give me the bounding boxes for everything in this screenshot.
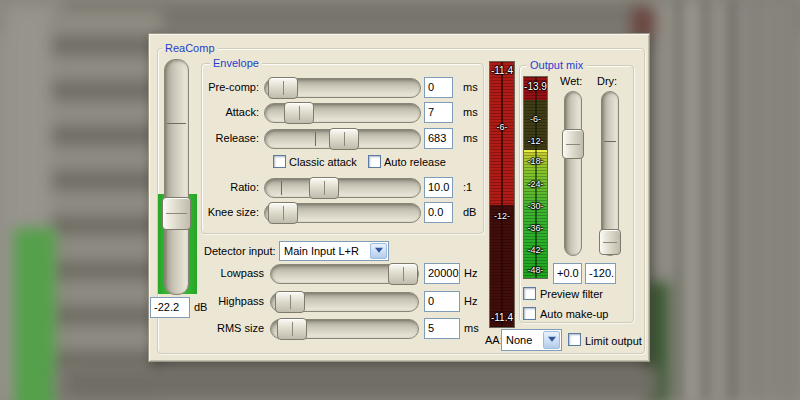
release-slider[interactable] <box>264 129 421 149</box>
rms-size-slider-thumb[interactable] <box>277 318 307 340</box>
aa-dropdown[interactable]: None <box>501 329 562 351</box>
threshold-slider[interactable] <box>164 59 189 295</box>
precomp-unit: ms <box>463 81 478 93</box>
output-meter-scale: -6--12--18--24--30--36--42--48- <box>524 77 547 278</box>
rms-size-unit: ms <box>464 322 479 334</box>
ratio-slider[interactable] <box>264 178 421 198</box>
wet-slider-thumb[interactable] <box>562 129 584 159</box>
attack-slider-thumb[interactable] <box>284 102 314 124</box>
envelope-caption: Envelope <box>210 56 262 70</box>
output-peak-value: -13.9 <box>524 81 547 92</box>
rms-size-label: RMS size <box>192 322 264 334</box>
limit-output-checkbox[interactable] <box>568 333 581 346</box>
preview-filter-label: Preview filter <box>540 288 603 300</box>
ratio-slider-thumb[interactable] <box>309 177 339 199</box>
precomp-value[interactable]: 0 <box>424 77 453 98</box>
ratio-unit: :1 <box>463 181 472 193</box>
knee-unit: dB <box>463 206 476 218</box>
chevron-down-icon <box>548 337 556 346</box>
rms-size-value[interactable]: 5 <box>424 318 460 339</box>
knee-slider-thumb[interactable] <box>268 202 298 224</box>
gain-reduction-readout: -11.4 <box>490 312 514 323</box>
classic-attack-label: Classic attack <box>289 156 357 168</box>
attack-unit: ms <box>463 106 478 118</box>
reacomp-panel: ReaComp -22.2 dB Envelope Pre-comp: 0 ms… <box>148 33 650 362</box>
detector-dropdown-button[interactable] <box>370 243 387 259</box>
auto-make-up-label: Auto make-up <box>540 308 608 320</box>
classic-attack-checkbox[interactable] <box>273 155 286 168</box>
release-label: Release: <box>187 132 259 144</box>
knee-value[interactable]: 0.0 <box>424 202 453 223</box>
lowpass-label: Lowpass <box>192 267 264 279</box>
output-level-meter: -13.9 -6--12--18--24--30--36--42--48- <box>523 76 548 279</box>
auto-make-up-checkbox[interactable] <box>523 307 536 320</box>
attack-value[interactable]: 7 <box>424 102 453 123</box>
detector-input-value: Main Input L+R <box>284 245 359 257</box>
highpass-label: Highpass <box>192 295 264 307</box>
preview-filter-checkbox[interactable] <box>523 287 536 300</box>
wet-slider[interactable] <box>564 91 582 256</box>
gain-reduction-scale: -6--12- <box>490 62 514 327</box>
dry-slider[interactable] <box>601 91 619 256</box>
chevron-down-icon <box>375 248 383 257</box>
precomp-slider-thumb[interactable] <box>268 77 298 99</box>
precomp-label: Pre-comp: <box>187 81 259 93</box>
lowpass-value[interactable]: 20000 <box>424 263 460 284</box>
background-green-meter-left <box>14 228 56 400</box>
output-mix-caption: Output mix <box>527 58 586 72</box>
release-value[interactable]: 683 <box>424 128 453 149</box>
wet-label: Wet: <box>560 75 582 87</box>
aa-value: None <box>506 334 532 346</box>
lowpass-unit: Hz <box>464 267 477 279</box>
knee-label: Knee size: <box>187 206 259 218</box>
background-right-bands <box>656 0 756 400</box>
release-unit: ms <box>463 132 478 144</box>
dry-value[interactable]: -120. <box>585 263 616 284</box>
detector-input-label: Detector input: <box>204 245 276 257</box>
detector-input-dropdown[interactable]: Main Input L+R <box>279 241 389 261</box>
dry-slider-thumb[interactable] <box>599 229 621 255</box>
knee-slider[interactable] <box>264 203 421 223</box>
ratio-value[interactable]: 10.0 <box>424 177 453 198</box>
threshold-value[interactable]: -22.2 <box>150 297 190 318</box>
highpass-value[interactable]: 0 <box>424 291 460 312</box>
limit-output-label: Limit output <box>585 335 642 347</box>
plugin-title: ReaComp <box>162 41 218 55</box>
highpass-slider-thumb[interactable] <box>275 291 305 313</box>
lowpass-slider[interactable] <box>270 264 419 284</box>
rms-size-slider[interactable] <box>270 319 419 339</box>
highpass-unit: Hz <box>464 295 477 307</box>
highpass-slider[interactable] <box>270 292 419 312</box>
ratio-label: Ratio: <box>187 181 259 193</box>
aa-dropdown-button[interactable] <box>543 331 560 349</box>
background-slider-bands <box>52 10 162 400</box>
dry-label: Dry: <box>597 75 617 87</box>
release-slider-thumb[interactable] <box>329 128 359 150</box>
wet-value[interactable]: +0.0 <box>553 263 582 284</box>
attack-slider[interactable] <box>264 103 421 123</box>
auto-release-checkbox[interactable] <box>368 155 381 168</box>
gain-reduction-peak-value: -11.4 <box>490 65 514 76</box>
lowpass-slider-thumb[interactable] <box>388 263 418 285</box>
precomp-slider[interactable] <box>264 78 421 98</box>
attack-label: Attack: <box>187 106 259 118</box>
gain-reduction-meter: -11.4 -11.4 -6--12- <box>489 61 515 328</box>
background-bottom-shadow <box>60 366 660 400</box>
auto-release-label: Auto release <box>384 156 446 168</box>
